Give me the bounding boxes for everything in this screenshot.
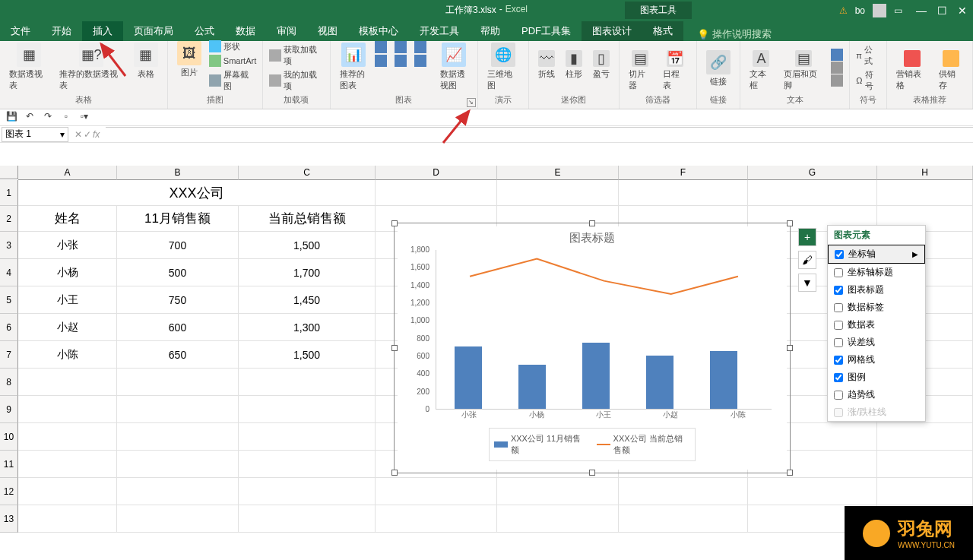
- chart-type-icon[interactable]: [414, 55, 426, 67]
- shapes-button[interactable]: 形状: [209, 40, 256, 53]
- row-header[interactable]: 2: [0, 206, 18, 232]
- chart-elements-button[interactable]: +: [798, 228, 816, 246]
- cell[interactable]: [619, 505, 748, 533]
- row-header[interactable]: 13: [0, 505, 18, 533]
- checkbox[interactable]: [834, 356, 843, 365]
- cell[interactable]: [18, 505, 117, 533]
- my-addins-button[interactable]: 我的加载项: [269, 68, 323, 93]
- resize-handle[interactable]: [391, 345, 398, 351]
- chart-element-option[interactable]: 坐标轴标题: [828, 264, 925, 281]
- row-header[interactable]: 3: [0, 232, 18, 259]
- supply-table-button[interactable]: 供销存: [936, 49, 966, 93]
- column-header[interactable]: H: [877, 166, 973, 180]
- redo-button[interactable]: ↷: [41, 111, 55, 125]
- cell[interactable]: [877, 451, 973, 478]
- cell[interactable]: [117, 423, 239, 451]
- column-header[interactable]: A: [18, 166, 117, 180]
- cell[interactable]: [239, 478, 376, 505]
- chart-element-option[interactable]: 趋势线: [828, 386, 925, 403]
- minimize-button[interactable]: —: [916, 5, 927, 17]
- recommended-charts-button[interactable]: 📊推荐的图表: [337, 41, 370, 93]
- bar[interactable]: [582, 343, 610, 410]
- header-footer-button[interactable]: ▤页眉和页脚: [781, 49, 826, 93]
- close-button[interactable]: ✕: [958, 5, 967, 17]
- chart-element-option[interactable]: 图表标题: [828, 281, 925, 299]
- cell[interactable]: 1,700: [239, 259, 376, 286]
- qat-dropdown[interactable]: ▫▾: [78, 111, 91, 125]
- slicer-button[interactable]: ▤切片器: [626, 49, 656, 93]
- resize-handle[interactable]: [391, 220, 398, 226]
- chart-type-icon[interactable]: [375, 41, 387, 53]
- column-header[interactable]: G: [748, 166, 877, 180]
- cell[interactable]: [877, 423, 973, 451]
- cell[interactable]: [239, 369, 376, 396]
- cell[interactable]: [239, 423, 376, 451]
- cell[interactable]: 650: [117, 341, 239, 369]
- row-header[interactable]: 10: [0, 423, 18, 451]
- cell[interactable]: [376, 505, 497, 533]
- checkbox[interactable]: [834, 321, 843, 330]
- cell[interactable]: 750: [117, 286, 239, 314]
- cell[interactable]: XXX公司: [18, 180, 376, 206]
- chart-type-icon[interactable]: [375, 55, 387, 67]
- tab-format[interactable]: 格式: [642, 21, 683, 41]
- cell[interactable]: [376, 180, 497, 206]
- equation-button[interactable]: π公式: [856, 43, 880, 68]
- cell[interactable]: [18, 478, 117, 505]
- chart-title[interactable]: 图表标题: [398, 226, 787, 250]
- checkbox[interactable]: [835, 250, 844, 259]
- tell-me-search[interactable]: 💡 操作说明搜索: [697, 27, 772, 41]
- ribbon-options-icon[interactable]: ▭: [894, 5, 902, 16]
- fx-icon[interactable]: fx: [93, 129, 100, 140]
- chart-type-icon[interactable]: [395, 41, 407, 53]
- chart-legend[interactable]: XXX公司 11月销售额 XXX公司 当前总销售额: [489, 428, 696, 461]
- embedded-chart[interactable]: 图表标题 02004006008001,0001,2001,4001,6001,…: [398, 226, 787, 470]
- recommended-pivot-button[interactable]: ▦?推荐的数据透视表: [56, 41, 126, 93]
- picture-button[interactable]: 🖼图片: [174, 40, 204, 80]
- cell[interactable]: 小张: [18, 232, 117, 259]
- qat-button[interactable]: ▫: [59, 111, 73, 125]
- cell[interactable]: [239, 451, 376, 478]
- column-header[interactable]: E: [497, 166, 619, 180]
- sparkline-line-button[interactable]: 〰折线: [535, 49, 558, 81]
- sparkline-column-button[interactable]: ▮柱形: [563, 49, 585, 81]
- bar[interactable]: [455, 346, 482, 409]
- formula-bar[interactable]: [106, 127, 973, 142]
- screenshot-button[interactable]: 屏幕截图: [209, 68, 256, 93]
- row-header[interactable]: 12: [0, 478, 18, 505]
- chart-element-option[interactable]: 数据标签: [828, 299, 925, 316]
- column-header[interactable]: F: [619, 166, 748, 180]
- warning-icon[interactable]: ⚠: [839, 5, 848, 16]
- column-header[interactable]: B: [117, 166, 239, 180]
- chart-element-option[interactable]: 数据表: [828, 316, 925, 334]
- cell[interactable]: 小陈: [18, 341, 117, 369]
- cell[interactable]: 姓名: [18, 206, 117, 232]
- avatar[interactable]: [873, 4, 886, 17]
- cell[interactable]: 小赵: [18, 314, 117, 341]
- cell[interactable]: [18, 451, 117, 478]
- dropdown-icon[interactable]: ▾: [60, 129, 65, 140]
- row-header[interactable]: 9: [0, 396, 18, 423]
- cell[interactable]: 当前总销售额: [239, 206, 376, 232]
- table-button[interactable]: ▦表格: [131, 41, 161, 81]
- chart-element-option[interactable]: 坐标轴▶: [828, 245, 925, 264]
- undo-button[interactable]: ↶: [23, 111, 36, 125]
- cell[interactable]: [117, 478, 239, 505]
- resize-handle[interactable]: [391, 470, 398, 476]
- cell[interactable]: 1,300: [239, 314, 376, 341]
- cell[interactable]: [18, 369, 117, 396]
- cell[interactable]: [117, 505, 239, 533]
- cell[interactable]: [877, 180, 973, 206]
- checkbox[interactable]: [834, 303, 843, 312]
- chart-element-option[interactable]: 图例: [828, 369, 925, 386]
- checkbox[interactable]: [834, 373, 843, 382]
- row-header[interactable]: 7: [0, 341, 18, 369]
- column-header[interactable]: C: [239, 166, 376, 180]
- chart-selection[interactable]: 图表标题 02004006008001,0001,2001,4001,6001,…: [394, 223, 791, 473]
- object-icon[interactable]: [831, 74, 843, 87]
- checkbox[interactable]: [834, 286, 843, 295]
- row-header[interactable]: 6: [0, 314, 18, 341]
- bar[interactable]: [646, 356, 673, 409]
- cell[interactable]: [497, 180, 619, 206]
- signature-icon[interactable]: [831, 62, 843, 74]
